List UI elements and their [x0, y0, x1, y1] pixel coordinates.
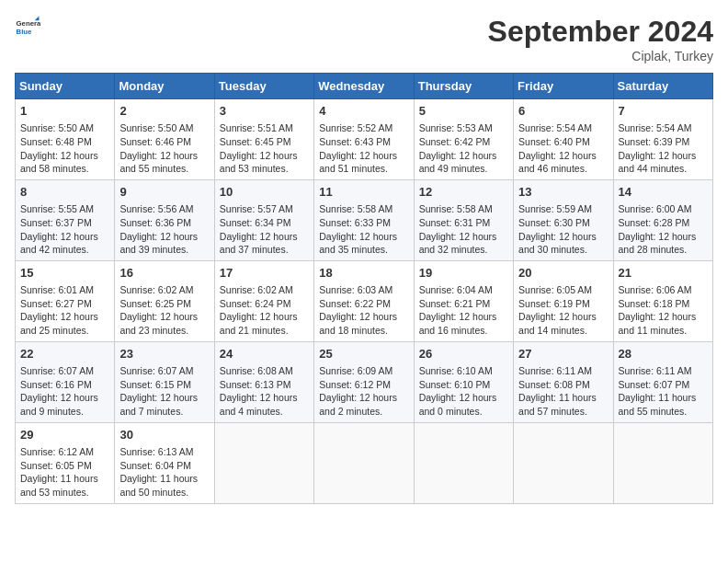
day-info: Sunrise: 6:11 AM Sunset: 6:08 PM Dayligh… [518, 364, 608, 419]
calendar-cell: 4Sunrise: 5:52 AM Sunset: 6:43 PM Daylig… [314, 99, 414, 180]
day-number: 2 [119, 103, 209, 120]
day-number: 15 [20, 265, 109, 282]
calendar-cell [414, 422, 513, 503]
logo-icon: General Blue [15, 15, 40, 40]
day-header-wednesday: Wednesday [314, 74, 414, 99]
calendar-cell: 6Sunrise: 5:54 AM Sunset: 6:40 PM Daylig… [514, 99, 613, 180]
day-info: Sunrise: 5:56 AM Sunset: 6:36 PM Dayligh… [119, 202, 209, 257]
calendar-cell [613, 422, 712, 503]
day-header-thursday: Thursday [414, 74, 513, 99]
calendar-cell: 26Sunrise: 6:10 AM Sunset: 6:10 PM Dayli… [414, 341, 513, 422]
title-block: September 2024 Ciplak, Turkey [488, 15, 713, 63]
calendar-cell [514, 422, 613, 503]
month-title: September 2024 [488, 15, 713, 49]
day-number: 25 [319, 346, 408, 362]
day-info: Sunrise: 6:05 AM Sunset: 6:19 PM Dayligh… [518, 283, 608, 338]
day-info: Sunrise: 5:53 AM Sunset: 6:42 PM Dayligh… [419, 121, 508, 176]
day-info: Sunrise: 6:07 AM Sunset: 6:15 PM Dayligh… [119, 364, 209, 419]
calendar-cell: 23Sunrise: 6:07 AM Sunset: 6:15 PM Dayli… [115, 341, 214, 422]
calendar-cell: 15Sunrise: 6:01 AM Sunset: 6:27 PM Dayli… [16, 260, 115, 341]
day-number: 19 [419, 265, 508, 282]
calendar-cell: 7Sunrise: 5:54 AM Sunset: 6:39 PM Daylig… [613, 99, 712, 180]
calendar-cell: 24Sunrise: 6:08 AM Sunset: 6:13 PM Dayli… [214, 341, 313, 422]
calendar-cell: 19Sunrise: 6:04 AM Sunset: 6:21 PM Dayli… [414, 260, 513, 341]
calendar-header: SundayMondayTuesdayWednesdayThursdayFrid… [16, 74, 713, 99]
day-info: Sunrise: 6:10 AM Sunset: 6:10 PM Dayligh… [419, 364, 508, 419]
day-number: 20 [518, 265, 608, 282]
day-number: 7 [619, 103, 708, 120]
day-info: Sunrise: 5:58 AM Sunset: 6:31 PM Dayligh… [419, 202, 508, 257]
day-number: 27 [518, 346, 608, 362]
calendar-cell: 22Sunrise: 6:07 AM Sunset: 6:16 PM Dayli… [16, 341, 115, 422]
svg-text:General: General [17, 19, 40, 28]
day-number: 22 [20, 346, 109, 362]
calendar-cell: 25Sunrise: 6:09 AM Sunset: 6:12 PM Dayli… [314, 341, 414, 422]
calendar-table: SundayMondayTuesdayWednesdayThursdayFrid… [15, 73, 713, 504]
day-number: 9 [119, 184, 209, 201]
day-info: Sunrise: 5:51 AM Sunset: 6:45 PM Dayligh… [220, 121, 309, 176]
page-header: General Blue General Blue September 2024… [15, 15, 713, 63]
day-info: Sunrise: 5:50 AM Sunset: 6:48 PM Dayligh… [20, 121, 109, 176]
day-number: 14 [619, 184, 708, 201]
calendar-cell: 14Sunrise: 6:00 AM Sunset: 6:28 PM Dayli… [613, 179, 712, 260]
day-info: Sunrise: 5:52 AM Sunset: 6:43 PM Dayligh… [319, 121, 408, 176]
calendar-cell: 21Sunrise: 6:06 AM Sunset: 6:18 PM Dayli… [613, 260, 712, 341]
calendar-cell [314, 422, 414, 503]
calendar-cell: 5Sunrise: 5:53 AM Sunset: 6:42 PM Daylig… [414, 99, 513, 180]
day-number: 1 [20, 103, 109, 120]
day-info: Sunrise: 5:57 AM Sunset: 6:34 PM Dayligh… [220, 202, 309, 257]
day-header-saturday: Saturday [613, 74, 712, 99]
calendar-cell: 13Sunrise: 5:59 AM Sunset: 6:30 PM Dayli… [514, 179, 613, 260]
day-info: Sunrise: 5:59 AM Sunset: 6:30 PM Dayligh… [518, 202, 608, 257]
day-header-sunday: Sunday [16, 74, 115, 99]
day-number: 10 [220, 184, 309, 201]
day-number: 16 [119, 265, 209, 282]
calendar-cell: 30Sunrise: 6:13 AM Sunset: 6:04 PM Dayli… [115, 422, 214, 503]
day-info: Sunrise: 6:07 AM Sunset: 6:16 PM Dayligh… [20, 364, 109, 419]
day-number: 6 [518, 103, 608, 120]
day-header-friday: Friday [514, 74, 613, 99]
day-info: Sunrise: 6:02 AM Sunset: 6:25 PM Dayligh… [119, 283, 209, 338]
day-number: 23 [119, 346, 209, 362]
day-header-monday: Monday [115, 74, 214, 99]
day-number: 30 [119, 427, 209, 443]
calendar-cell: 1Sunrise: 5:50 AM Sunset: 6:48 PM Daylig… [16, 99, 115, 180]
day-info: Sunrise: 5:55 AM Sunset: 6:37 PM Dayligh… [20, 202, 109, 257]
calendar-cell: 9Sunrise: 5:56 AM Sunset: 6:36 PM Daylig… [115, 179, 214, 260]
day-number: 17 [220, 265, 309, 282]
day-number: 3 [220, 103, 309, 120]
calendar-cell: 8Sunrise: 5:55 AM Sunset: 6:37 PM Daylig… [16, 179, 115, 260]
calendar-week-1: 1Sunrise: 5:50 AM Sunset: 6:48 PM Daylig… [16, 99, 713, 180]
calendar-cell: 12Sunrise: 5:58 AM Sunset: 6:31 PM Dayli… [414, 179, 513, 260]
day-info: Sunrise: 5:50 AM Sunset: 6:46 PM Dayligh… [119, 121, 209, 176]
calendar-cell: 3Sunrise: 5:51 AM Sunset: 6:45 PM Daylig… [214, 99, 313, 180]
day-info: Sunrise: 6:13 AM Sunset: 6:04 PM Dayligh… [119, 445, 209, 500]
calendar-week-2: 8Sunrise: 5:55 AM Sunset: 6:37 PM Daylig… [16, 179, 713, 260]
day-info: Sunrise: 6:03 AM Sunset: 6:22 PM Dayligh… [319, 283, 408, 338]
calendar-cell: 18Sunrise: 6:03 AM Sunset: 6:22 PM Dayli… [314, 260, 414, 341]
calendar-cell [214, 422, 313, 503]
day-number: 13 [518, 184, 608, 201]
day-info: Sunrise: 6:04 AM Sunset: 6:21 PM Dayligh… [419, 283, 508, 338]
calendar-cell: 10Sunrise: 5:57 AM Sunset: 6:34 PM Dayli… [214, 179, 313, 260]
calendar-week-4: 22Sunrise: 6:07 AM Sunset: 6:16 PM Dayli… [16, 341, 713, 422]
day-info: Sunrise: 5:54 AM Sunset: 6:39 PM Dayligh… [619, 121, 708, 176]
calendar-week-5: 29Sunrise: 6:12 AM Sunset: 6:05 PM Dayli… [16, 422, 713, 503]
calendar-cell: 17Sunrise: 6:02 AM Sunset: 6:24 PM Dayli… [214, 260, 313, 341]
logo: General Blue General Blue [15, 15, 40, 40]
day-info: Sunrise: 6:08 AM Sunset: 6:13 PM Dayligh… [220, 364, 309, 419]
calendar-cell: 28Sunrise: 6:11 AM Sunset: 6:07 PM Dayli… [613, 341, 712, 422]
svg-text:Blue: Blue [17, 28, 33, 36]
day-number: 5 [419, 103, 508, 120]
day-number: 4 [319, 103, 408, 120]
day-number: 26 [419, 346, 508, 362]
calendar-cell: 27Sunrise: 6:11 AM Sunset: 6:08 PM Dayli… [514, 341, 613, 422]
day-number: 11 [319, 184, 408, 201]
day-info: Sunrise: 6:11 AM Sunset: 6:07 PM Dayligh… [619, 364, 708, 419]
day-info: Sunrise: 5:58 AM Sunset: 6:33 PM Dayligh… [319, 202, 408, 257]
day-header-tuesday: Tuesday [214, 74, 313, 99]
day-number: 18 [319, 265, 408, 282]
day-number: 12 [419, 184, 508, 201]
day-info: Sunrise: 6:09 AM Sunset: 6:12 PM Dayligh… [319, 364, 408, 419]
day-number: 8 [20, 184, 109, 201]
